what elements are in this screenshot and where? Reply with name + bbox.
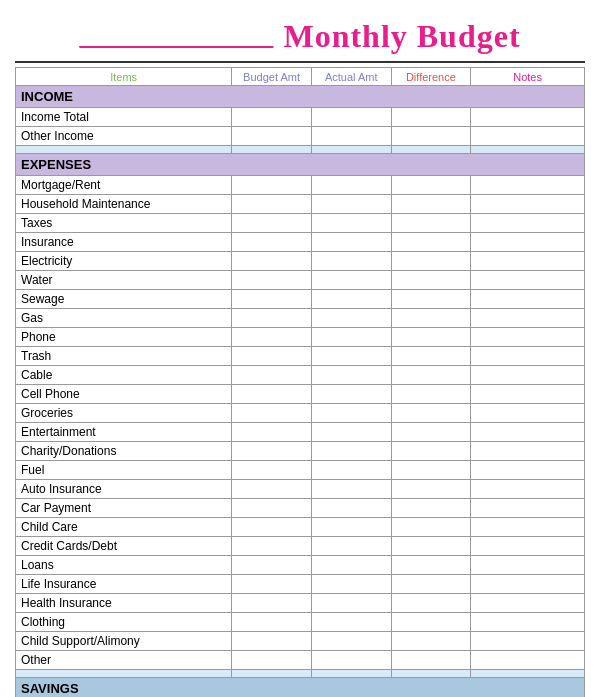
row-cell-budget[interactable] — [232, 594, 312, 613]
row-cell-budget[interactable] — [232, 233, 312, 252]
row-cell-diff[interactable] — [391, 328, 471, 347]
row-cell-budget[interactable] — [232, 423, 312, 442]
row-cell-actual[interactable] — [311, 252, 391, 271]
row-cell-actual[interactable] — [311, 176, 391, 195]
row-cell-diff[interactable] — [391, 214, 471, 233]
row-cell-notes[interactable] — [471, 385, 585, 404]
row-cell-notes[interactable] — [471, 252, 585, 271]
row-cell-notes[interactable] — [471, 233, 585, 252]
row-cell-notes[interactable] — [471, 271, 585, 290]
row-cell-diff[interactable] — [391, 233, 471, 252]
row-cell-diff[interactable] — [391, 518, 471, 537]
row-cell-budget[interactable] — [232, 176, 312, 195]
row-cell-diff[interactable] — [391, 195, 471, 214]
row-cell-budget[interactable] — [232, 518, 312, 537]
row-cell-notes[interactable] — [471, 195, 585, 214]
row-cell-budget[interactable] — [232, 632, 312, 651]
row-cell-budget[interactable] — [232, 366, 312, 385]
row-cell-actual[interactable] — [311, 423, 391, 442]
row-cell-actual[interactable] — [311, 309, 391, 328]
row-cell-diff[interactable] — [391, 127, 471, 146]
row-cell-diff[interactable] — [391, 442, 471, 461]
row-cell-notes[interactable] — [471, 328, 585, 347]
row-cell-budget[interactable] — [232, 385, 312, 404]
row-cell-diff[interactable] — [391, 290, 471, 309]
row-cell-budget[interactable] — [232, 480, 312, 499]
row-cell-budget[interactable] — [232, 499, 312, 518]
row-cell-diff[interactable] — [391, 347, 471, 366]
row-cell-actual[interactable] — [311, 613, 391, 632]
row-cell-diff[interactable] — [391, 366, 471, 385]
row-cell-notes[interactable] — [471, 480, 585, 499]
row-cell-actual[interactable] — [311, 127, 391, 146]
row-cell-notes[interactable] — [471, 518, 585, 537]
row-cell-notes[interactable] — [471, 556, 585, 575]
row-cell-actual[interactable] — [311, 651, 391, 670]
row-cell-actual[interactable] — [311, 271, 391, 290]
row-cell-budget[interactable] — [232, 108, 312, 127]
row-cell-diff[interactable] — [391, 461, 471, 480]
row-cell-diff[interactable] — [391, 499, 471, 518]
row-cell-actual[interactable] — [311, 108, 391, 127]
row-cell-diff[interactable] — [391, 632, 471, 651]
row-cell-diff[interactable] — [391, 423, 471, 442]
row-cell-budget[interactable] — [232, 252, 312, 271]
row-cell-actual[interactable] — [311, 518, 391, 537]
row-cell-actual[interactable] — [311, 461, 391, 480]
row-cell-actual[interactable] — [311, 632, 391, 651]
row-cell-actual[interactable] — [311, 442, 391, 461]
row-cell-actual[interactable] — [311, 233, 391, 252]
row-cell-diff[interactable] — [391, 594, 471, 613]
row-cell-notes[interactable] — [471, 537, 585, 556]
row-cell-actual[interactable] — [311, 366, 391, 385]
row-cell-actual[interactable] — [311, 480, 391, 499]
row-cell-budget[interactable] — [232, 613, 312, 632]
row-cell-diff[interactable] — [391, 404, 471, 423]
row-cell-notes[interactable] — [471, 127, 585, 146]
row-cell-diff[interactable] — [391, 252, 471, 271]
row-cell-notes[interactable] — [471, 214, 585, 233]
row-cell-actual[interactable] — [311, 347, 391, 366]
row-cell-actual[interactable] — [311, 404, 391, 423]
row-cell-budget[interactable] — [232, 556, 312, 575]
row-cell-actual[interactable] — [311, 195, 391, 214]
row-cell-actual[interactable] — [311, 575, 391, 594]
row-cell-diff[interactable] — [391, 480, 471, 499]
row-cell-budget[interactable] — [232, 328, 312, 347]
row-cell-diff[interactable] — [391, 556, 471, 575]
row-cell-budget[interactable] — [232, 347, 312, 366]
row-cell-budget[interactable] — [232, 127, 312, 146]
row-cell-notes[interactable] — [471, 176, 585, 195]
row-cell-budget[interactable] — [232, 651, 312, 670]
row-cell-notes[interactable] — [471, 461, 585, 480]
row-cell-budget[interactable] — [232, 461, 312, 480]
row-cell-budget[interactable] — [232, 537, 312, 556]
row-cell-diff[interactable] — [391, 385, 471, 404]
row-cell-budget[interactable] — [232, 271, 312, 290]
row-cell-diff[interactable] — [391, 575, 471, 594]
row-cell-actual[interactable] — [311, 214, 391, 233]
row-cell-diff[interactable] — [391, 271, 471, 290]
row-cell-actual[interactable] — [311, 385, 391, 404]
row-cell-notes[interactable] — [471, 575, 585, 594]
row-cell-diff[interactable] — [391, 108, 471, 127]
row-cell-notes[interactable] — [471, 423, 585, 442]
row-cell-notes[interactable] — [471, 108, 585, 127]
row-cell-budget[interactable] — [232, 575, 312, 594]
row-cell-notes[interactable] — [471, 632, 585, 651]
row-cell-notes[interactable] — [471, 594, 585, 613]
row-cell-notes[interactable] — [471, 347, 585, 366]
row-cell-budget[interactable] — [232, 404, 312, 423]
row-cell-notes[interactable] — [471, 442, 585, 461]
row-cell-notes[interactable] — [471, 290, 585, 309]
row-cell-notes[interactable] — [471, 366, 585, 385]
row-cell-diff[interactable] — [391, 651, 471, 670]
row-cell-actual[interactable] — [311, 290, 391, 309]
row-cell-budget[interactable] — [232, 309, 312, 328]
row-cell-notes[interactable] — [471, 651, 585, 670]
row-cell-budget[interactable] — [232, 290, 312, 309]
row-cell-budget[interactable] — [232, 214, 312, 233]
row-cell-actual[interactable] — [311, 537, 391, 556]
row-cell-notes[interactable] — [471, 613, 585, 632]
row-cell-diff[interactable] — [391, 176, 471, 195]
